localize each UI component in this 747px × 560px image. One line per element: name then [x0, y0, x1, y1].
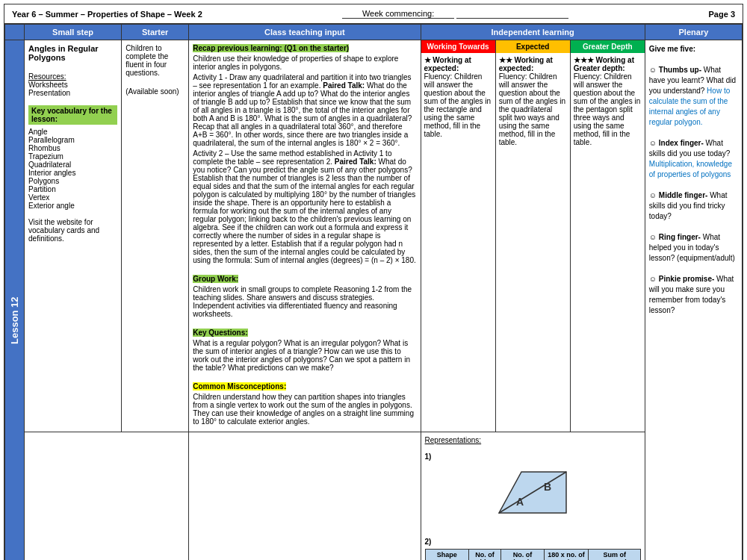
plenary-cell: Give me five: ☺ Thumbs up- What have you… — [645, 40, 742, 561]
exp-stars: ★★ Working at expected: — [499, 56, 567, 72]
misconceptions-label: Common Misconceptions: — [193, 382, 286, 391]
starter-available: (Available soon) — [125, 87, 185, 96]
rep1-label: 1) — [425, 452, 432, 461]
pinkie-icon: ☺ — [649, 275, 657, 283]
resources-label: Resources: — [28, 72, 66, 81]
wt-header: Working Towards — [421, 40, 495, 53]
page-title: Year 6 – Summer – Properties of Shape – … — [12, 10, 202, 19]
exp-text: Fluency: Children will answer the questi… — [499, 72, 567, 146]
teaching-cell: Recap previous learning: (Q1 on the star… — [189, 40, 421, 432]
gd-text: Fluency: Children will answer the questi… — [574, 72, 642, 146]
plenary-title: Give me five: — [649, 45, 695, 53]
activity1: Activity 1 - Draw any quadrilateral and … — [193, 73, 416, 147]
thumb-label: Thumbs up- — [659, 66, 701, 74]
th-sum: Sum of Internal angles — [589, 550, 640, 561]
group-work-text: Children work in small groups to complet… — [193, 285, 416, 318]
recap-label: Recap previous learning: (Q1 on the star… — [193, 44, 349, 52]
visit-text: Visit the website for vocabulary cards a… — [28, 218, 117, 243]
rep2-label: 2) — [425, 538, 432, 546]
pinkie-label: Pinkie promise- — [659, 275, 714, 283]
misconceptions-text: Children understand how they can partiti… — [193, 393, 416, 426]
thumb-icon: ☺ — [649, 66, 657, 74]
key-questions-label: Key Questions: — [193, 329, 247, 337]
ind-exp-cell: Expected ★★ Working at expected: Fluency… — [495, 40, 570, 432]
small-step-cell: Angles in Regular Polygons Resources: Wo… — [25, 40, 122, 432]
svg-text:A: A — [516, 496, 524, 508]
col-header-independent: Independent learning — [421, 25, 645, 40]
recap-text: Children use their knowledge of properti… — [193, 55, 416, 71]
polygon-table: Shape No. of sides No. of triangles 180 … — [425, 549, 641, 560]
ind-wt-cell: Working Towards ★ Working at expected: F… — [421, 40, 495, 432]
gd-stars: ★★★ Working at Greater depth: — [574, 56, 642, 72]
quadrilateral-diagram: A B — [488, 464, 577, 524]
lesson-label: Lesson 12 — [5, 40, 25, 561]
starter-text: Children to complete the fluent in four … — [125, 44, 185, 77]
th-shape: Shape — [425, 550, 469, 561]
gd-header: Greater Depth — [571, 40, 645, 53]
ring-paren: (equipment/adult) — [677, 254, 735, 262]
key-questions-text: What is a regular polygon? What is an ir… — [193, 339, 416, 372]
index-label: Index finger- — [659, 139, 704, 147]
group-work-label: Group Work: — [193, 275, 238, 283]
exp-header: Expected — [496, 40, 570, 53]
col-header-plenary: Plenary — [645, 25, 742, 40]
small-step-title: Angles in Regular Polygons — [28, 44, 117, 62]
middle-label: Middle finger- — [659, 191, 708, 199]
ring-label: Ring finger- — [659, 233, 701, 241]
rep-empty-cells — [25, 432, 189, 561]
page-number: Page 3 — [709, 10, 735, 19]
middle-icon: ☺ — [649, 191, 657, 199]
wt-text: Fluency: Children will answer the questi… — [424, 72, 492, 138]
rep-empty-teaching — [189, 432, 421, 561]
representations-cell: Representations: 1) A B — [421, 432, 645, 561]
ind-gd-cell: Greater Depth ★★★ Working at Greater dep… — [570, 40, 645, 432]
week-commencing: Week commencing: — [202, 9, 709, 19]
wt-stars: ★ Working at expected: — [424, 56, 492, 72]
activity2: Activity 2 – Use the same method establi… — [193, 149, 416, 264]
svg-text:B: B — [544, 481, 551, 493]
vocab-box: Key vocabulary for the lesson: — [28, 105, 117, 125]
index-blue: Multiplication, knowledge of properties … — [649, 160, 732, 178]
starter-cell: Children to complete the fluent in four … — [122, 40, 189, 432]
worksheets: Worksheets — [28, 81, 68, 89]
th-180x: 180 x no. of angles — [544, 550, 589, 561]
vocab-list: Angle Parallelogram Rhombus Trapezium Qu… — [28, 128, 117, 210]
presentation: Presentation — [28, 89, 70, 97]
index-icon: ☺ — [649, 139, 657, 147]
ring-icon: ☺ — [649, 233, 657, 241]
col-header-teaching: Class teaching input — [189, 25, 421, 40]
rep-label: Representations: — [425, 436, 482, 444]
col-header-small-step: Small step — [25, 25, 122, 40]
col-header-starter: Starter — [122, 25, 189, 40]
th-triangles: No. of triangles — [501, 550, 545, 561]
th-sides: No. of sides — [469, 550, 501, 561]
